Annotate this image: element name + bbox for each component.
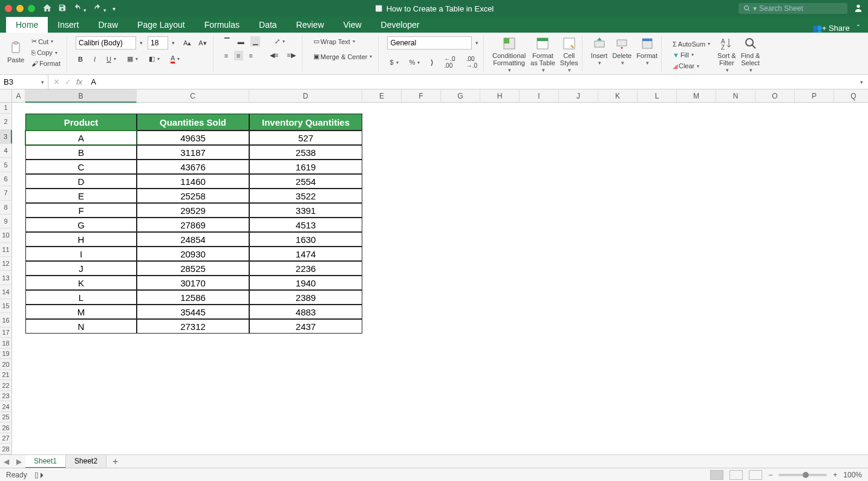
table-cell[interactable]: 2538 [249,145,362,160]
italic-button[interactable]: I [91,54,98,64]
delete-cells-button[interactable]: Delete▾ [612,36,631,66]
zoom-out-button[interactable]: − [768,471,772,479]
increase-decimal-button[interactable]: ←.0.00 [442,54,457,70]
format-as-table-button[interactable]: Format as Table▾ [530,36,555,74]
comma-button[interactable]: ⟩ [428,57,436,68]
sheet-nav-next[interactable]: ▶ [13,457,25,466]
row-header-3[interactable]: 3 [0,130,12,144]
bold-button[interactable]: B [76,54,85,64]
row-header-13[interactable]: 13 [0,271,12,285]
row-header-24[interactable]: 24 [0,401,12,412]
row-header-22[interactable]: 22 [0,380,12,391]
row-header-7[interactable]: 7 [0,186,12,200]
decrease-indent-button[interactable]: ◀≡ [267,50,281,60]
align-left-button[interactable]: ≡ [222,51,230,60]
name-box[interactable]: B3▾ [0,75,48,89]
paste-button[interactable]: Paste [7,40,24,63]
table-cell[interactable]: F [25,203,137,218]
row-header-21[interactable]: 21 [0,370,12,381]
table-cell[interactable]: 35445 [137,305,249,319]
search-input[interactable]: ▾ Search Sheet [739,3,847,14]
row-header-1[interactable]: 1 [0,103,12,114]
minimize-window-button[interactable] [16,5,24,12]
font-color-button[interactable]: A [168,53,182,65]
ribbon-tab-view[interactable]: View [334,17,371,33]
insert-cells-button[interactable]: Insert▾ [591,36,608,66]
font-size-dropdown[interactable]: ▾ [172,40,175,46]
row-header-23[interactable]: 23 [0,391,12,402]
table-cell[interactable]: 25258 [137,189,249,203]
wrap-text-button[interactable]: ▭ Wrap Text [311,36,375,47]
row-header-10[interactable]: 10 [0,228,12,242]
table-cell[interactable]: 30170 [137,276,249,290]
page-break-view-button[interactable] [749,470,762,480]
row-header-14[interactable]: 14 [0,285,12,299]
table-cell[interactable]: 27312 [137,319,249,334]
table-cell[interactable]: 29529 [137,203,249,218]
font-size-input[interactable] [148,36,168,50]
row-header-5[interactable]: 5 [0,158,12,172]
fill-button[interactable]: ▼ Fill [670,50,713,60]
font-name-dropdown[interactable]: ▾ [140,40,143,46]
table-cell[interactable]: 1940 [249,276,362,290]
row-header-19[interactable]: 19 [0,349,12,360]
table-cell[interactable]: A [25,131,137,145]
cancel-formula-button[interactable]: ✕ [53,77,60,86]
table-cell[interactable]: 2437 [249,319,362,334]
row-header-20[interactable]: 20 [0,359,12,370]
account-icon[interactable] [853,3,863,15]
table-cell[interactable]: 24854 [137,232,249,247]
table-cell[interactable]: 31187 [137,145,249,160]
table-cell[interactable]: 1474 [249,247,362,261]
table-cell[interactable]: 1630 [249,232,362,247]
table-cell[interactable]: 2236 [249,261,362,276]
table-cell[interactable]: G [25,218,137,232]
column-header-M[interactable]: M [677,89,716,103]
row-header-12[interactable]: 12 [0,257,12,271]
formula-input[interactable]: A [87,77,854,86]
table-cell[interactable]: I [25,247,137,261]
table-cell[interactable]: 527 [249,131,362,145]
add-sheet-button[interactable]: + [106,456,124,467]
row-header-28[interactable]: 28 [0,444,12,454]
undo-icon[interactable]: ▾ [73,4,86,14]
border-button[interactable]: ▦ [125,54,140,64]
zoom-slider[interactable] [778,474,827,476]
select-all-corner[interactable] [0,89,12,103]
table-header-cell[interactable]: Quantities Sold [137,114,249,131]
column-header-G[interactable]: G [441,89,480,103]
row-header-27[interactable]: 27 [0,433,12,444]
table-cell[interactable]: 43676 [137,160,249,174]
zoom-level[interactable]: 100% [843,471,862,479]
normal-view-button[interactable] [710,470,723,480]
table-header-cell[interactable]: Inventory Quantities [249,114,362,131]
format-painter-button[interactable]: 🖌 Format [29,59,63,68]
currency-button[interactable]: $ [387,57,400,67]
column-header-F[interactable]: F [402,89,441,103]
home-icon[interactable] [42,3,52,15]
ribbon-tab-insert[interactable]: Insert [48,17,88,33]
align-center-button[interactable]: ≡ [234,51,243,60]
table-cell[interactable]: 3522 [249,189,362,203]
table-cell[interactable]: K [25,276,137,290]
row-header-11[interactable]: 11 [0,243,12,257]
ribbon-tab-home[interactable]: Home [6,17,48,33]
find-select-button[interactable]: Find & Select▾ [741,36,760,74]
sheet-nav-prev[interactable]: ◀ [0,457,13,466]
column-header-H[interactable]: H [480,89,520,103]
increase-font-button[interactable]: A▴ [181,38,194,48]
font-name-input[interactable] [76,36,136,50]
row-header-26[interactable]: 26 [0,422,12,433]
merge-center-button[interactable]: ▣ Merge & Center [311,51,375,62]
maximize-window-button[interactable] [28,5,35,12]
row-header-17[interactable]: 17 [0,328,12,338]
autosum-button[interactable]: Σ AutoSum [670,39,713,49]
align-right-button[interactable]: ≡ [247,51,255,60]
column-header-E[interactable]: E [362,89,402,103]
row-header-2[interactable]: 2 [0,114,12,130]
column-header-I[interactable]: I [520,89,559,103]
column-header-C[interactable]: C [137,89,249,103]
column-header-K[interactable]: K [598,89,638,103]
sort-filter-button[interactable]: AZSort & Filter▾ [717,36,736,74]
percent-button[interactable]: % [407,57,423,67]
